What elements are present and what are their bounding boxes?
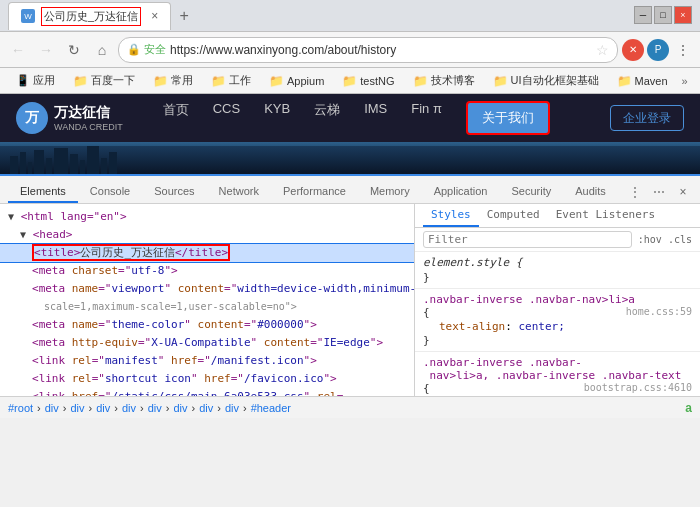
close-button[interactable]: × <box>674 6 692 24</box>
refresh-button[interactable]: ↻ <box>62 38 86 62</box>
dt-tab-network[interactable]: Network <box>207 181 271 203</box>
bookmark-blog[interactable]: 📁 技术博客 <box>405 71 483 90</box>
dt-tab-elements[interactable]: Elements <box>8 181 78 203</box>
address-input-wrap: 🔒 安全 https://www.wanxinyong.com/about/hi… <box>118 37 618 63</box>
bookmark-work[interactable]: 📁 工作 <box>203 71 259 90</box>
nav-kyb[interactable]: KYB <box>264 101 290 135</box>
devtools-close-icon[interactable]: × <box>674 183 692 201</box>
nav-links: 首页 CCS KYB 云梯 IMS Fin π 关于我们 <box>163 101 550 135</box>
bookmark-maven[interactable]: 📁 Maven <box>609 72 676 90</box>
devtools-settings-icon[interactable]: ⋮ <box>626 183 644 201</box>
nav-login[interactable]: 企业登录 <box>610 105 684 131</box>
nav-home[interactable]: 首页 <box>163 101 189 135</box>
bookmark-baidu[interactable]: 📁 百度一下 <box>65 71 143 90</box>
bookmark-folder-icon7: 📁 <box>493 74 508 88</box>
dt-tab-memory[interactable]: Memory <box>358 181 422 203</box>
dt-tab-sources[interactable]: Sources <box>142 181 206 203</box>
titlebar: W 公司历史_万达征信 × + ─ □ × <box>0 0 700 32</box>
back-button[interactable]: ← <box>6 38 30 62</box>
bookmark-common[interactable]: 📁 常用 <box>145 71 201 90</box>
elements-panel[interactable]: ▼ <html lang="en"> ▼ <head> <title>公司历史_… <box>0 204 415 396</box>
bookmark-appium[interactable]: 📁 Appium <box>261 72 332 90</box>
banner-image <box>0 142 700 174</box>
collapse-icon[interactable]: ▼ <box>8 211 14 222</box>
html-line-html[interactable]: ▼ <html lang="en"> <box>0 208 414 226</box>
html-line-link-shortcut[interactable]: <link rel="shortcut icon" href="/favicon… <box>0 370 414 388</box>
bookmark-testng-label: testNG <box>360 75 394 87</box>
bookmarks-more[interactable]: » <box>678 73 692 89</box>
breadcrumb-div3[interactable]: div <box>96 402 110 414</box>
bookmark-folder-icon: 📁 <box>73 74 88 88</box>
bookmark-folder-icon8: 📁 <box>617 74 632 88</box>
bookmark-common-label: 常用 <box>171 73 193 88</box>
html-line-link-manifest[interactable]: <link rel="manifest" href="/manifest.ico… <box>0 352 414 370</box>
style-rule-element: element.style { } <box>415 252 700 289</box>
html-line-meta-compat[interactable]: <meta http-equiv="X-UA-Compatible" conte… <box>0 334 414 352</box>
nav-yuntu[interactable]: 云梯 <box>314 101 340 135</box>
styles-tab-computed[interactable]: Computed <box>479 204 548 227</box>
home-button[interactable]: ⌂ <box>90 38 114 62</box>
html-line-meta-charset[interactable]: <meta charset="utf-8"> <box>0 262 414 280</box>
nav-fin[interactable]: Fin π <box>411 101 442 135</box>
bookmark-ui[interactable]: 📁 UI自动化框架基础 <box>485 71 607 90</box>
html-line-meta-viewport2[interactable]: scale=1,maximum-scale=1,user-scalable=no… <box>0 298 414 316</box>
rule-source[interactable]: bootstrap.css:4610 <box>584 382 692 393</box>
brand-logo: 万 万达征信 WANDA CREDIT <box>16 102 123 134</box>
devtools-area: Elements Console Sources Network Perform… <box>0 174 700 418</box>
devtools-breadcrumb: #root › div › div › div › div › div › di… <box>0 396 700 418</box>
devtools-ok-indicator: a <box>685 401 692 415</box>
nav-ccs[interactable]: CCS <box>213 101 240 135</box>
new-tab-button[interactable]: + <box>171 3 197 29</box>
styles-tab-styles[interactable]: Styles <box>423 204 479 227</box>
styles-filter-row: :hov .cls <box>415 228 700 252</box>
styles-tab-event-listeners[interactable]: Event Listeners <box>548 204 663 227</box>
devtools-content: ▼ <html lang="en"> ▼ <head> <title>公司历史_… <box>0 204 700 396</box>
forward-button[interactable]: → <box>34 38 58 62</box>
bookmark-star-icon[interactable]: ☆ <box>596 42 609 58</box>
bookmark-blog-label: 技术博客 <box>431 73 475 88</box>
brand-text: 万达征信 WANDA CREDIT <box>54 104 123 132</box>
hov-cls-toggle[interactable]: :hov .cls <box>638 234 692 245</box>
bookmark-apps-icon: 📱 <box>16 74 30 87</box>
dt-tab-application[interactable]: Application <box>422 181 500 203</box>
breadcrumb-div5[interactable]: div <box>148 402 162 414</box>
minimize-button[interactable]: ─ <box>634 6 652 24</box>
html-line-title[interactable]: <title>公司历史_万达征信</title> <box>0 244 414 262</box>
maximize-button[interactable]: □ <box>654 6 672 24</box>
nav-ims[interactable]: IMS <box>364 101 387 135</box>
browser-tab[interactable]: W 公司历史_万达征信 × <box>8 2 171 30</box>
breadcrumb-div8[interactable]: div <box>225 402 239 414</box>
breadcrumb-header[interactable]: #header <box>251 402 291 414</box>
breadcrumb-div2[interactable]: div <box>70 402 84 414</box>
address-text[interactable]: https://www.wanxinyong.com/about/history <box>170 43 592 57</box>
devtools-tabs: Elements Console Sources Network Perform… <box>0 176 700 204</box>
devtools-more-icon[interactable]: ⋯ <box>650 183 668 201</box>
dt-tab-audits[interactable]: Audits <box>563 181 618 203</box>
styles-filter-input[interactable] <box>423 231 632 248</box>
ext-blue-button[interactable]: P <box>647 39 669 61</box>
html-line-link-css[interactable]: <link href="/static/css/main.6a03e533.cs… <box>0 388 414 396</box>
bookmark-folder-icon4: 📁 <box>269 74 284 88</box>
html-line-meta-theme[interactable]: <meta name="theme-color" content="#00000… <box>0 316 414 334</box>
nav-about[interactable]: 关于我们 <box>466 101 550 135</box>
breadcrumb-div6[interactable]: div <box>173 402 187 414</box>
dt-tab-console[interactable]: Console <box>78 181 142 203</box>
html-line-meta-viewport[interactable]: <meta name="viewport" content="width=dev… <box>0 280 414 298</box>
rule-selector: .navbar-inverse .navbar-nav>li>a <box>423 293 635 306</box>
tab-close-button[interactable]: × <box>151 9 158 23</box>
breadcrumb-root[interactable]: #root <box>8 402 33 414</box>
breadcrumb-div4[interactable]: div <box>122 402 136 414</box>
ext-red-button[interactable]: ✕ <box>622 39 644 61</box>
breadcrumb-div1[interactable]: div <box>45 402 59 414</box>
rule-source[interactable]: home.css:59 <box>626 306 692 317</box>
website-nav: 万 万达征信 WANDA CREDIT 首页 CCS KYB 云梯 IMS Fi… <box>0 94 700 142</box>
bookmark-testng[interactable]: 📁 testNG <box>334 72 402 90</box>
html-line-head[interactable]: ▼ <head> <box>0 226 414 244</box>
bookmark-apps[interactable]: 📱 应用 <box>8 71 63 90</box>
menu-button[interactable]: ⋮ <box>672 39 694 61</box>
breadcrumb-div7[interactable]: div <box>199 402 213 414</box>
toolbar-right: ✕ P ⋮ <box>622 39 694 61</box>
dt-tab-performance[interactable]: Performance <box>271 181 358 203</box>
bookmark-work-label: 工作 <box>229 73 251 88</box>
dt-tab-security[interactable]: Security <box>499 181 563 203</box>
